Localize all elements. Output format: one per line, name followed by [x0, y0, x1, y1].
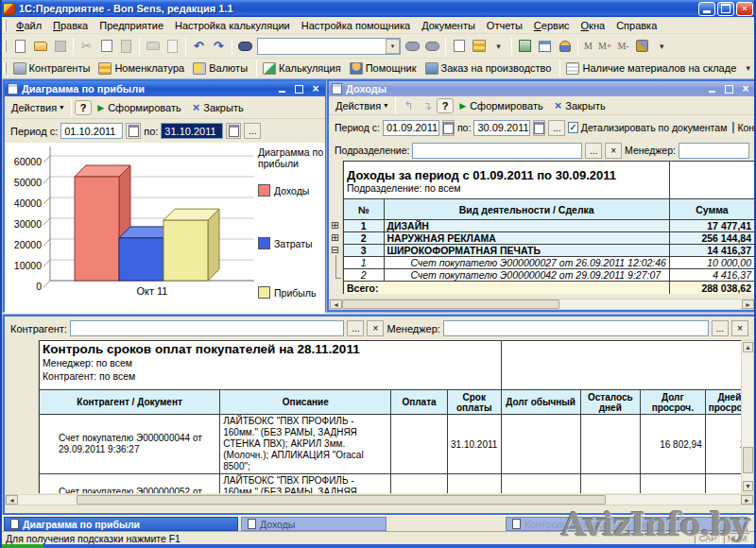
calculator-icon[interactable] [515, 37, 535, 56]
detail-checkbox[interactable] [568, 122, 577, 133]
restore-values-icon[interactable]: ↰ [399, 98, 418, 113]
control-checkbox[interactable] [732, 122, 734, 133]
chart-window-titlebar[interactable]: Диаграмма по прибыли [5, 81, 325, 96]
window-hscrollbar[interactable]: ◄ ► [329, 299, 754, 310]
dropdown-arrow-icon[interactable] [489, 37, 508, 56]
expand-icon[interactable] [331, 220, 341, 231]
save-values-icon[interactable]: ↴ [418, 98, 437, 113]
calendar-icon[interactable] [535, 37, 555, 56]
collapse-icon[interactable] [331, 245, 341, 255]
scroll-thumb[interactable] [77, 495, 606, 505]
detail-checkbox-label[interactable]: Детализировать по документам [581, 122, 728, 133]
department-input[interactable] [412, 143, 582, 159]
expand-icon[interactable] [331, 232, 341, 243]
scroll-up-icon[interactable]: ▲ [743, 342, 753, 352]
department-more-button[interactable]: ... [585, 143, 602, 159]
table-row[interactable]: 1 Счет покупателю Э000000027 от 26.09.20… [344, 257, 755, 269]
help-button[interactable]: ? [437, 98, 454, 113]
assistant-button[interactable]: Помощник [347, 61, 422, 76]
copy-icon[interactable] [96, 37, 116, 56]
open-icon[interactable] [30, 37, 50, 56]
scroll-left-icon[interactable]: ◄ [6, 495, 18, 505]
paste-icon[interactable] [116, 37, 136, 56]
manager-more-button[interactable]: ... [712, 320, 729, 336]
help-button[interactable]: ? [75, 100, 92, 115]
advisor-icon[interactable] [555, 37, 575, 56]
combobox-dropdown-icon[interactable] [386, 39, 400, 54]
close-report-button[interactable]: Закрыть [549, 96, 611, 114]
table-row[interactable]: Счет покупателю Э000000044 от 29.09.2011… [40, 415, 754, 474]
calculation-button[interactable]: Калькуляция [260, 61, 347, 76]
period-from-input[interactable]: 01.09.2011 [383, 120, 439, 136]
close-button[interactable]: × [736, 2, 753, 16]
save-icon[interactable] [50, 37, 70, 56]
table-row[interactable]: Счет покупателю Э000000052 от 14.11.2011… [40, 474, 754, 494]
report-vscrollbar[interactable]: ▲ ▼ [741, 340, 754, 493]
minimize-button[interactable] [698, 2, 715, 16]
toolbar-grip[interactable] [4, 20, 7, 31]
cut-icon[interactable]: ✂ [77, 37, 96, 56]
maximize-button[interactable] [292, 83, 305, 94]
new-document-icon[interactable] [10, 37, 30, 56]
find-next-icon[interactable] [403, 37, 422, 56]
scroll-thumb[interactable] [743, 447, 753, 473]
find-icon[interactable] [235, 37, 255, 56]
menu-help[interactable]: Справка [610, 19, 662, 32]
menu-enterprise[interactable]: Предприятие [94, 19, 169, 32]
maximize-button[interactable] [722, 83, 735, 94]
generate-button[interactable]: Сформировать [92, 100, 186, 115]
menu-edit[interactable]: Правка [47, 19, 94, 32]
calendar-picker-icon[interactable] [533, 120, 545, 136]
counterparty-input[interactable] [70, 320, 344, 336]
restore-button[interactable] [717, 2, 734, 16]
close-report-button[interactable]: Закрыть [187, 98, 249, 116]
chart-bar[interactable] [119, 238, 163, 281]
period-from-input[interactable]: 01.10.2011 [60, 123, 123, 139]
find-prev-icon[interactable] [422, 37, 442, 56]
scroll-thumb[interactable] [342, 300, 559, 309]
period-more-button[interactable]: ... [548, 120, 565, 136]
toolbar-grip[interactable] [4, 41, 7, 52]
counterparty-more-button[interactable]: ... [347, 320, 364, 336]
memory-m-plus-button[interactable]: M+ [595, 41, 615, 51]
toolbar-grip[interactable] [4, 62, 7, 74]
calendar-picker-icon[interactable] [226, 123, 241, 139]
dropdown-arrow-icon[interactable] [652, 37, 672, 56]
control-checkbox-label[interactable]: Контроль выпол [737, 122, 754, 133]
scroll-right-icon[interactable]: ► [741, 495, 753, 505]
print-icon[interactable] [143, 37, 163, 56]
actions-button[interactable]: Действия [7, 100, 68, 115]
search-combobox[interactable] [257, 38, 401, 55]
menu-assistant-settings[interactable]: Настройка помощника [296, 19, 416, 32]
total-row[interactable]: Всего: 288 038,62 [344, 282, 755, 295]
materials-stock-button[interactable]: Наличие материалов на складе [563, 61, 742, 76]
about-value-icon[interactable] [469, 37, 489, 56]
print-preview-icon[interactable] [163, 37, 182, 56]
minimize-button[interactable] [705, 83, 718, 94]
tab-profit-chart[interactable]: Диаграмма по прибыли [4, 517, 238, 531]
counterparties-button[interactable]: Контрагенты [10, 61, 96, 76]
table-row[interactable]: 1 ДИЗАЙН 17 477,41 [344, 220, 755, 232]
table-row[interactable]: 3 ШИРОКОФОРМАТНАЯ ПЕЧАТЬ 14 416,37 [344, 245, 755, 257]
window-titlebar[interactable]: 1С:Предприятие - Bon Sens, редакция 1.1 … [0, 0, 756, 17]
period-to-input[interactable]: 31.10.2011 [161, 123, 223, 139]
department-clear-button[interactable]: × [605, 143, 622, 159]
menu-reports[interactable]: Отчеты [481, 19, 528, 32]
generate-button[interactable]: Сформировать [454, 98, 548, 113]
period-to-input[interactable]: 30.09.2011 [473, 120, 530, 136]
table-row[interactable]: 2 НАРУЖНАЯ РЕКЛАМА 256 144,84 [344, 232, 755, 245]
menu-service[interactable]: Сервис [528, 19, 576, 32]
income-window-titlebar[interactable]: Доходы [329, 81, 754, 96]
table-row[interactable]: 2 Счет покупателю Э000000042 от 29.09.20… [344, 269, 755, 282]
memory-m-button[interactable]: M [581, 41, 595, 51]
chart-bar[interactable] [163, 220, 208, 281]
menu-calc-settings[interactable]: Настройка калькуляции [169, 19, 296, 32]
scroll-right-icon[interactable]: ► [742, 300, 754, 309]
scroll-down-icon[interactable]: ▼ [743, 481, 753, 491]
currencies-button[interactable]: Валюты [190, 61, 253, 76]
menu-windows[interactable]: Окна [576, 19, 611, 32]
calendar-picker-icon[interactable] [126, 123, 141, 139]
menu-documents[interactable]: Документы [416, 19, 481, 32]
calendar-picker-icon[interactable] [442, 120, 455, 136]
window-hscrollbar[interactable]: ◄ ► [5, 494, 754, 505]
